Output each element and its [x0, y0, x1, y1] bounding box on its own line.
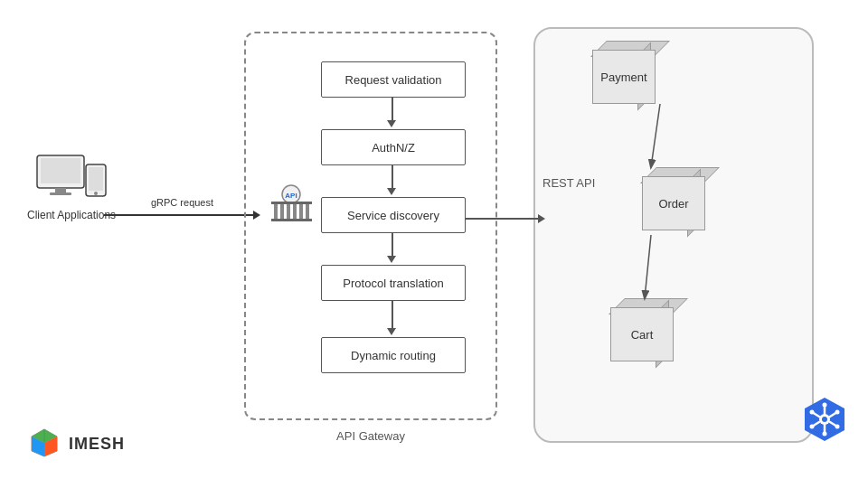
arrow-down-3: [387, 256, 396, 263]
payment-cube-wrapper: Payment: [579, 41, 651, 104]
h-line: [104, 214, 253, 216]
order-cube-wrapper: Order: [628, 167, 701, 230]
arrow-head: [538, 214, 545, 223]
svg-point-21: [822, 417, 827, 422]
svg-rect-1: [41, 158, 80, 183]
gateway-to-services-arrow: [466, 214, 545, 223]
cart-cube-wrapper: Cart: [597, 298, 669, 361]
flow-box-service-discovery: Service discovery: [321, 197, 466, 233]
arrow-down-1: [387, 120, 396, 127]
svg-line-18: [645, 235, 651, 298]
order-to-cart-connector: [628, 235, 683, 307]
arrow-h-line: [466, 218, 538, 220]
client-section: Client Applications: [27, 154, 116, 221]
grpc-label: gRPC request: [151, 197, 213, 208]
arrow-down-4: [387, 328, 396, 335]
svg-point-31: [835, 425, 840, 429]
imesh-text: IMESH: [69, 435, 125, 454]
grpc-arrow: gRPC request: [104, 197, 260, 220]
arrow-line: [104, 211, 260, 220]
monitor-mobile-icon: [35, 154, 108, 203]
order-cube-front: Order: [642, 176, 705, 230]
payment-cube: Payment: [579, 41, 651, 104]
cart-cube: Cart: [597, 298, 669, 361]
flow-box-authnz: AuthN/Z: [321, 129, 466, 165]
flow-box-request-validation: Request validation: [321, 61, 466, 98]
svg-point-28: [823, 403, 827, 408]
svg-point-29: [823, 432, 827, 436]
gateway-box-label: API Gateway: [244, 429, 497, 443]
v-arrow-3: [392, 233, 393, 258]
svg-rect-5: [89, 167, 103, 191]
v-arrow-1: [392, 98, 393, 122]
cart-cube-front: Cart: [610, 307, 674, 361]
svg-point-30: [810, 410, 815, 415]
rest-api-label: REST API: [542, 176, 595, 190]
client-label: Client Applications: [27, 209, 116, 221]
arrow-down-2: [387, 188, 396, 195]
diagram-container: Client Applications gRPC request API API…: [0, 0, 868, 488]
order-cube: Order: [628, 167, 701, 230]
payment-cube-front: Payment: [592, 50, 656, 104]
kubernetes-icon: [801, 396, 848, 443]
svg-rect-3: [50, 192, 71, 195]
imesh-cube-icon: [27, 426, 61, 463]
flow-box-dynamic-routing: Dynamic routing: [321, 337, 466, 373]
svg-point-33: [810, 425, 815, 429]
svg-point-32: [835, 410, 840, 415]
svg-rect-2: [55, 188, 66, 192]
imesh-logo: IMESH: [27, 426, 125, 463]
svg-line-17: [651, 104, 660, 167]
payment-to-order-connector: [633, 104, 687, 176]
v-arrow-2: [392, 165, 393, 190]
v-arrow-4: [392, 301, 393, 330]
svg-point-6: [94, 192, 98, 195]
flow-box-protocol-translation: Protocol translation: [321, 265, 466, 301]
